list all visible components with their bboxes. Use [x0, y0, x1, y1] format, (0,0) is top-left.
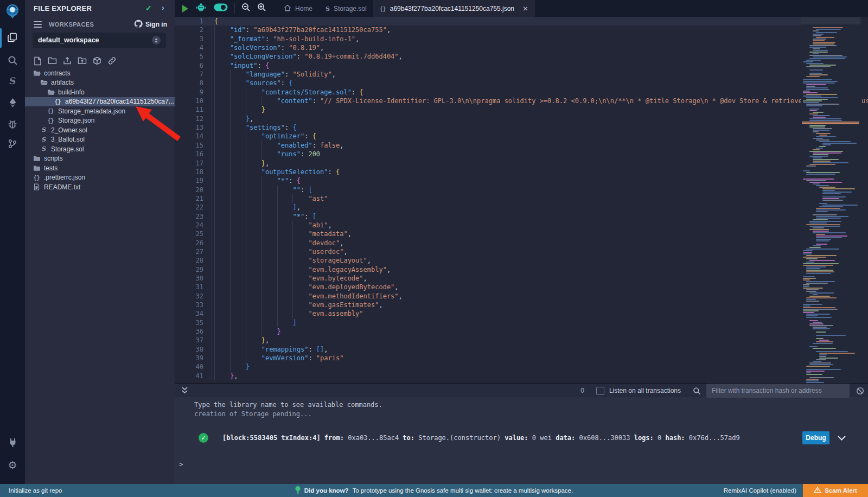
file-toolbar [34, 56, 117, 68]
remix-logo-icon[interactable] [0, 2, 25, 21]
file-explorer-icon[interactable] [0, 28, 25, 47]
new-file-icon[interactable] [34, 56, 42, 68]
tree-item-storage-metadata-json[interactable]: {}Storage_metadata.json [25, 106, 175, 116]
code-line-31: 31"evm.deployedBytecode", [175, 283, 860, 291]
upload-file-icon[interactable] [63, 56, 72, 68]
zoom-in-icon[interactable] [257, 3, 266, 14]
minimap-line [816, 335, 846, 336]
line-number: 1 [175, 17, 212, 26]
chevron-right-icon[interactable]: › [162, 3, 164, 12]
code-line-12: 12}, [175, 114, 860, 123]
terminal-search-icon [693, 387, 701, 395]
minimap-line [813, 152, 841, 154]
debug-button[interactable]: Debug [802, 431, 829, 444]
tree-item-scripts[interactable]: scripts [25, 154, 175, 164]
minimap-line [822, 143, 857, 144]
tree-item-contracts[interactable]: contracts [25, 68, 175, 78]
deploy-run-icon[interactable] [0, 93, 25, 112]
tab-storage-sol[interactable]: SStorage.sol [319, 0, 373, 17]
close-tab-icon[interactable]: × [522, 4, 528, 12]
tree-item-2-owner-sol[interactable]: S2_Owner.sol [25, 125, 175, 135]
editor-tab-bar: HomeSStorage.sol{}a69b43f277ba20fcac1411… [175, 0, 868, 17]
transaction-count: 0 [580, 387, 584, 394]
upload-folder-icon[interactable] [78, 56, 87, 68]
terminal-prompt[interactable]: > [179, 460, 183, 468]
tree-item-label: 3_Ballot.sol [51, 136, 85, 143]
code-line-33: 33"evm.gasEstimates", [175, 301, 860, 309]
transaction-filter-input[interactable] [706, 384, 850, 398]
minimap-line [809, 156, 828, 157]
copilot-status[interactable]: RemixAI Copilot (enabled) [724, 487, 796, 494]
minimap-line [822, 200, 843, 201]
code-line-7: 7"language": "Solidity", [175, 70, 860, 79]
cube-icon[interactable] [93, 56, 101, 68]
expand-tx-icon[interactable] [837, 435, 846, 441]
github-sign-in-button[interactable]: Sign in [134, 20, 167, 29]
settings-gear-icon[interactable]: ⚙ [0, 456, 25, 474]
minimap-line [806, 374, 822, 375]
plugin-manager-icon[interactable] [0, 433, 25, 451]
tab-a69b43f277ba20fcac141151250ca755-json[interactable]: {}a69b43f277ba20fcac141151250ca755.json× [373, 0, 535, 17]
home-icon [284, 4, 291, 13]
tree-item-build-info[interactable]: build-info [25, 87, 175, 97]
tree-item-artifacts[interactable]: artifacts [25, 78, 175, 88]
debugger-icon[interactable] [0, 115, 25, 133]
solidity-icon: S [40, 136, 48, 143]
minimap-line [806, 97, 838, 98]
minimap[interactable] [801, 17, 860, 383]
json-icon: {} [380, 5, 386, 12]
code-editor[interactable]: 1{2"id": "a69b43f277ba20fcac141151250ca7… [175, 17, 860, 383]
listen-checkbox[interactable] [596, 387, 604, 395]
minimap-line [806, 314, 830, 315]
minimap-line [806, 299, 816, 300]
line-number: 27 [175, 247, 212, 256]
sign-in-label: Sign in [145, 21, 167, 28]
run-script-icon[interactable] [182, 5, 188, 12]
tree-item-label: .prettierrc.json [44, 174, 85, 181]
link-icon[interactable] [107, 56, 117, 68]
tree-item-storage-json[interactable]: {}Storage.json [25, 116, 175, 126]
tree-item-3-ballot-sol[interactable]: S3_Ballot.sol [25, 135, 175, 145]
tab-home[interactable]: Home [277, 0, 319, 17]
minimap-line [816, 32, 837, 33]
code-line-34: 34"evm.assembly" [175, 309, 860, 318]
minimap-line [809, 164, 835, 165]
minimap-line [809, 110, 817, 111]
minimap-line [816, 351, 848, 352]
tip-text: To prototype using the Gnosis safe multi… [353, 487, 573, 494]
clear-console-icon[interactable] [853, 387, 867, 395]
minimap-line [809, 58, 845, 59]
workspace-menu-icon[interactable] [34, 21, 42, 28]
collapse-terminal-icon[interactable] [181, 386, 188, 397]
tree-item--prettierrc-json[interactable]: {}.prettierrc.json [25, 173, 175, 183]
line-number: 33 [175, 301, 212, 309]
tree-item-readme-txt[interactable]: README.txt [25, 182, 175, 192]
code-line-26: 26"devdoc", [175, 239, 860, 247]
minimap-line [813, 131, 819, 132]
tree-item-tests[interactable]: tests [25, 163, 175, 173]
scam-alert-button[interactable]: Scam Alert [803, 484, 868, 497]
ai-robot-icon[interactable] [196, 3, 206, 14]
minimap-line [816, 235, 847, 237]
minimap-line [806, 291, 816, 292]
zoom-out-icon[interactable] [241, 3, 251, 14]
minimap-line [803, 170, 810, 171]
workspace-select[interactable]: default_workspace [33, 33, 166, 48]
minimap-line [822, 190, 835, 191]
minimap-line [803, 91, 810, 92]
code-line-30: 30"evm.bytecode", [175, 274, 860, 283]
minimap-line [806, 99, 828, 100]
search-icon[interactable] [0, 51, 25, 69]
code-line-35: 35] [175, 318, 860, 327]
copilot-toggle-icon[interactable] [214, 3, 228, 14]
solidity-compiler-icon[interactable]: S [0, 72, 25, 90]
transaction-row[interactable]: ✓ [block:5583405 txIndex:4] from: 0xa03.… [175, 430, 868, 446]
git-icon[interactable] [0, 135, 25, 153]
tx-success-icon: ✓ [199, 433, 208, 443]
tree-item-label: artifacts [51, 79, 74, 86]
tree-item-a69b43f277ba20fcac141151250ca7-[interactable]: {}a69b43f277ba20fcac141151250ca7... [25, 97, 175, 107]
new-folder-icon[interactable] [48, 56, 57, 68]
minimap-line [806, 379, 819, 380]
init-git-repo-status[interactable]: Initialize as git repo [9, 487, 62, 494]
tree-item-storage-sol[interactable]: SStorage.sol [25, 144, 175, 154]
